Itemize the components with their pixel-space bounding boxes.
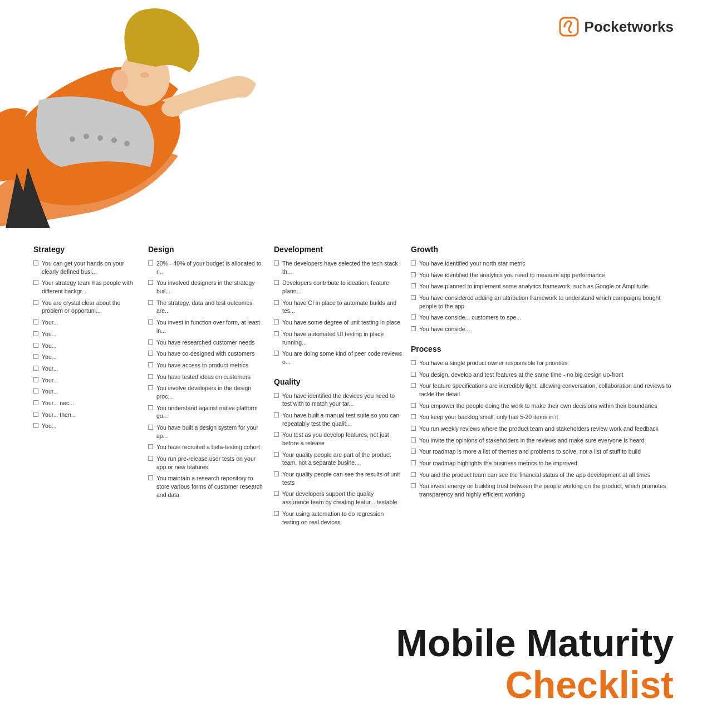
list-item: You have identified your north star metr… (411, 259, 679, 268)
checkbox-icon (274, 351, 279, 356)
strategy-title: Strategy (33, 245, 139, 254)
svg-point-2 (70, 136, 75, 142)
list-item: You maintain a research repository to st… (148, 474, 265, 499)
list-item: You have considered adding an attributio… (411, 294, 679, 310)
checkbox-icon (148, 340, 153, 345)
design-title: Design (148, 245, 265, 254)
checkbox-icon (411, 403, 416, 408)
checkbox-icon (411, 260, 416, 265)
list-item: You invite the opinions of stakeholders … (411, 436, 679, 445)
list-item: The strategy, data and test outcomes are… (148, 299, 265, 315)
list-item: Your... (33, 365, 139, 373)
strategy-section: Strategy You can get your hands on your … (33, 245, 139, 529)
growth-title: Growth (411, 245, 679, 254)
list-item: You test as you develop features, not ju… (274, 431, 402, 447)
checkbox-icon (411, 472, 416, 477)
list-item: You... (33, 422, 139, 430)
checkbox-icon (148, 374, 153, 379)
checkbox-icon (33, 300, 38, 305)
list-item: You have identified the analytics you ne… (411, 271, 679, 279)
checkbox-icon (411, 426, 416, 431)
list-item: You invest energy on building trust betw… (411, 482, 679, 498)
development-items: The developers have selected the tech st… (274, 259, 402, 366)
content-area: Strategy You can get your hands on your … (33, 245, 679, 529)
list-item: The developers have selected the tech st… (274, 259, 402, 276)
quality-title: Quality (274, 377, 402, 386)
list-item: You design, develop and test features at… (411, 371, 679, 379)
list-item: Your quality people can see the results … (274, 470, 402, 486)
checkbox-icon (33, 412, 38, 417)
checkbox-icon (33, 319, 38, 324)
bottom-title-section: Mobile Maturity Checklist (396, 622, 674, 706)
process-items: You have a single product owner responsi… (411, 359, 679, 499)
checkbox-icon (411, 272, 416, 277)
growth-section: Growth You have identified your north st… (411, 245, 679, 333)
list-item: You keep your backlog small, only has 5-… (411, 413, 679, 421)
list-item: You understand against native platform g… (148, 404, 265, 420)
list-item: You run pre-release user tests on your a… (148, 455, 265, 471)
list-item: You... (33, 330, 139, 338)
checkbox-icon (274, 260, 279, 265)
checkbox-icon (274, 412, 279, 417)
svg-point-10 (161, 100, 184, 117)
checkbox-icon (274, 491, 279, 496)
illustration-area (0, 0, 278, 234)
list-item: You can get your hands on your clearly d… (33, 259, 139, 276)
list-item: You have CI in place to automate builds … (274, 299, 402, 315)
process-title: Process (411, 345, 679, 353)
checkbox-icon (148, 385, 153, 390)
list-item: Your developers support the quality assu… (274, 490, 402, 506)
checkbox-icon (33, 280, 38, 285)
list-item: You have researched customer needs (148, 338, 265, 347)
list-item: You have access to product metrics (148, 361, 265, 370)
checkbox-icon (274, 452, 279, 457)
list-item: You have conside... (411, 325, 679, 333)
list-item: 20% - 40% of your budget is allocated to… (148, 259, 265, 276)
list-item: You have a single product owner responsi… (411, 359, 679, 367)
checkbox-icon (274, 393, 279, 398)
list-item: Your roadmap is more a list of themes an… (411, 447, 679, 456)
list-item: Your strategy team has people with diffe… (33, 279, 139, 295)
checkbox-icon (411, 372, 416, 377)
checkbox-icon (33, 400, 38, 405)
list-item: You have tested ideas on customers (148, 373, 265, 381)
checkbox-icon (274, 471, 279, 476)
logo-text: Pocketworks (585, 18, 674, 36)
list-item: Your... nec... (33, 399, 139, 407)
design-section: Design 20% - 40% of your budget is alloc… (148, 245, 265, 529)
list-item: You empower the people doing the work to… (411, 402, 679, 410)
checkbox-icon (148, 280, 153, 285)
list-item: You are doing some kind of peer code rev… (274, 350, 402, 366)
quality-items: You have identified the devices you need… (274, 392, 402, 527)
logo: Pocketworks (559, 17, 674, 37)
checkbox-icon (411, 295, 416, 300)
development-title: Development (274, 245, 402, 254)
svg-point-8 (111, 70, 128, 92)
list-item: Developers contribute to ideation, featu… (274, 279, 402, 295)
list-item: You involved designers in the strategy b… (148, 279, 265, 295)
checkbox-icon (148, 475, 153, 480)
checkbox-icon (148, 300, 153, 305)
list-item: Your roadmap highlights the business met… (411, 459, 679, 468)
pocketworks-logo-icon (559, 17, 579, 37)
list-item: You... (33, 342, 139, 350)
checkbox-icon (274, 300, 279, 305)
list-item: You have built a manual test suite so yo… (274, 411, 402, 427)
list-item: Your... then... (33, 411, 139, 419)
checkbox-icon (148, 405, 153, 410)
list-item: Your... (33, 387, 139, 396)
list-item: You have built a design system for your … (148, 424, 265, 440)
hero-illustration (0, 0, 273, 228)
svg-point-3 (84, 134, 89, 139)
list-item: Your using automation to do regression t… (274, 510, 402, 526)
checkbox-icon (274, 280, 279, 285)
list-item: You have some degree of unit testing in … (274, 318, 402, 327)
checkbox-icon (148, 425, 153, 430)
checkbox-icon (274, 331, 279, 336)
checkbox-icon (411, 437, 416, 442)
list-item: You and the product team can see the fin… (411, 471, 679, 479)
checkbox-icon (33, 354, 38, 359)
checkbox-icon (148, 319, 153, 324)
growth-items: You have identified your north star metr… (411, 259, 679, 333)
checkbox-icon (148, 444, 153, 449)
